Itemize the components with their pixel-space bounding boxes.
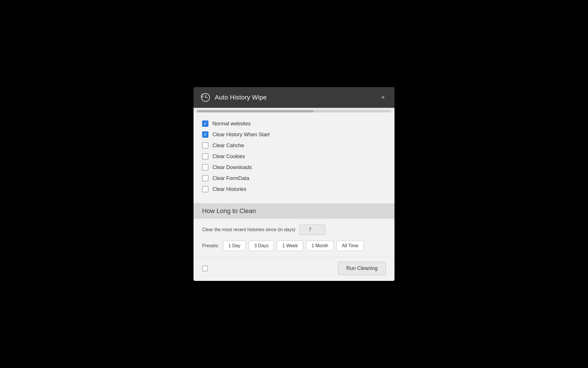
checkbox-clear-history-when-start[interactable] (202, 131, 208, 138)
checkbox-clear-histories[interactable] (202, 186, 208, 192)
presets-label: Presets: (202, 243, 219, 248)
scrollbar-thumb (197, 110, 314, 112)
presets-row: Presets: 1 Day 3 Days 1 Week 1 Month All… (202, 241, 386, 251)
close-button[interactable]: × (378, 93, 388, 102)
checkbox-item-clear-cache[interactable]: Clear Cahche (202, 140, 386, 151)
checkbox-clear-cache[interactable] (202, 142, 208, 149)
how-long-body: Clear the most recent histories since (i… (194, 219, 394, 257)
checkbox-clear-downloads[interactable] (202, 164, 208, 170)
checkbox-item-clear-cookies[interactable]: Clear Cookies (202, 151, 386, 162)
checkbox-label-normal-websites: Normal websites (212, 121, 251, 127)
dialog-overlay: Auto History Wipe × Normal websites (0, 0, 588, 368)
section-divider (194, 198, 394, 203)
preset-1week[interactable]: 1 Week (277, 241, 303, 251)
checkbox-item-normal-websites[interactable]: Normal websites (202, 118, 386, 129)
checkboxes-section: Normal websites Clear History When Start… (194, 112, 394, 198)
days-label: Clear the most recent histories since (i… (202, 227, 295, 232)
checkbox-label-clear-history-when-start: Clear History When Start (212, 132, 270, 138)
checkbox-item-clear-formdata[interactable]: Clear FormData (202, 173, 386, 184)
scrollbar-track[interactable] (197, 110, 391, 112)
preset-3days[interactable]: 3 Days (249, 241, 274, 251)
days-input[interactable] (299, 225, 325, 235)
dialog-body: Normal websites Clear History When Start… (194, 108, 394, 281)
checkbox-item-clear-history-when-start[interactable]: Clear History When Start (202, 129, 386, 140)
checkbox-item-clear-histories[interactable]: Clear Histories (202, 184, 386, 195)
checkbox-label-clear-cookies: Clear Cookies (212, 154, 245, 160)
preset-1month[interactable]: 1 Month (306, 241, 334, 251)
checkbox-clear-formdata[interactable] (202, 175, 208, 181)
checkbox-label-clear-histories: Clear Histories (212, 186, 246, 192)
dialog-title: Auto History Wipe (215, 94, 267, 101)
preset-1day[interactable]: 1 Day (223, 241, 246, 251)
checkbox-label-clear-downloads: Clear Downloads (212, 164, 252, 170)
checkbox-label-clear-formdata: Clear FormData (212, 175, 249, 181)
dialog-footer: Run Cleaning (194, 257, 394, 281)
history-icon (200, 92, 211, 103)
checkbox-normal-websites[interactable] (202, 120, 208, 127)
how-long-header: How Long to Clean (194, 203, 394, 219)
dialog-window: Auto History Wipe × Normal websites (194, 87, 394, 281)
checkbox-clear-cookies[interactable] (202, 153, 208, 160)
preset-alltime[interactable]: All Time (336, 241, 364, 251)
days-row: Clear the most recent histories since (i… (202, 225, 386, 235)
checkbox-label-clear-cache: Clear Cahche (212, 143, 244, 149)
footer-checkbox[interactable] (202, 266, 208, 271)
run-cleaning-button[interactable]: Run Cleaning (338, 262, 386, 275)
checkbox-item-clear-downloads[interactable]: Clear Downloads (202, 162, 386, 173)
scrollbar-area (194, 108, 394, 112)
dialog-title-left: Auto History Wipe (200, 92, 267, 103)
dialog-titlebar: Auto History Wipe × (194, 87, 394, 108)
